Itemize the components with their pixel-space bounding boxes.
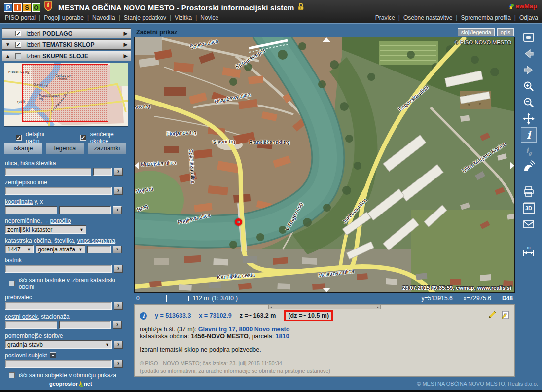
info-panel-resize-handle[interactable]: ▲ ▲: [268, 305, 381, 309]
identify-tool-button[interactable]: i: [521, 127, 537, 143]
skupni-checkbox[interactable]: [15, 53, 21, 59]
housenumber-input[interactable]: [93, 168, 112, 176]
ewmap-logo[interactable]: ewMap: [508, 2, 537, 10]
geoprostor-icon: [78, 380, 84, 387]
cadastral-label: katastrska občina:: [140, 333, 191, 340]
business-input[interactable]: [5, 360, 112, 368]
business-in-view-checkbox[interactable]: [9, 372, 15, 378]
piso-logo[interactable]: PISO: [4, 3, 41, 12]
gps-button[interactable]: [521, 158, 537, 174]
section-prefix: Izberi: [26, 41, 40, 48]
nav-novice[interactable]: Novice: [200, 14, 218, 21]
view-3d-button[interactable]: 3D: [521, 200, 537, 215]
detailed-mode-checkbox[interactable]: ✓: [16, 135, 22, 141]
next-view-button[interactable]: [521, 62, 537, 77]
placename-input[interactable]: [5, 187, 112, 195]
owner-search-button[interactable]: ›: [114, 265, 123, 273]
pan-east-arrow[interactable]: [510, 162, 514, 170]
list-entry-link[interactable]: vnos seznama: [77, 237, 115, 244]
street-search-button[interactable]: ›: [114, 168, 123, 176]
sidebar-section-podlago[interactable]: ✓ IzberiPODLAGO ▶: [2, 28, 131, 38]
coordinate-label-rest: y, x: [33, 198, 43, 205]
zoom-out-button[interactable]: [521, 95, 537, 110]
nav-pogoji-uporabe[interactable]: Pogoji uporabe: [44, 14, 84, 21]
municipality-number-select[interactable]: 1447▼: [5, 245, 34, 253]
road-section-input[interactable]: [5, 321, 57, 329]
collapse-down-icon[interactable]: ▼: [5, 42, 15, 47]
report-link[interactable]: poročilo: [50, 217, 71, 224]
group-identify-button[interactable]: ig: [521, 143, 537, 159]
forward-arrow-icon: [522, 64, 535, 76]
overview-map[interactable]: Prešernov trg Cerkev sv. Lenarta Glavni …: [4, 63, 128, 127]
zoom-in-button[interactable]: [521, 78, 537, 94]
measure-button[interactable]: m: [521, 243, 537, 258]
nav-odjava[interactable]: Odjava: [519, 14, 538, 21]
services-search-button[interactable]: ›: [114, 341, 123, 349]
detailed-mode-label: detajlni način: [26, 131, 60, 144]
nav-sprememba-profila[interactable]: Sprememba profila: [461, 14, 510, 21]
street-search-label[interactable]: ulica, hišna številka: [5, 160, 56, 167]
overview-extent-rect[interactable]: [22, 64, 108, 122]
coordinate-y-input[interactable]: [5, 206, 57, 214]
tab-iskanje[interactable]: iskanje: [4, 143, 42, 154]
coordinate-search-button[interactable]: ›: [113, 206, 122, 214]
sidebar-section-tematski-sklop[interactable]: ▼ ✓ IzberiTEMATSKI SKLOP ▶: [2, 39, 131, 50]
info-icon[interactable]: i: [140, 312, 147, 320]
road-search-button[interactable]: ›: [113, 321, 122, 329]
placename-search-button[interactable]: ›: [114, 187, 123, 195]
parcel-link[interactable]: 1810: [276, 333, 289, 340]
services-value: gradnja stavb: [7, 341, 43, 348]
tab-legenda[interactable]: legenda: [46, 143, 84, 154]
podlago-checkbox[interactable]: ✓: [15, 31, 21, 36]
services-select[interactable]: gradnja stavb▼: [5, 340, 112, 349]
nearest-address-link[interactable]: Glavni trg 17, 8000 Novo mesto: [198, 326, 290, 333]
nav-osebne-nastavitve[interactable]: Osebne nastavitve: [403, 14, 452, 21]
pan-south-arrow[interactable]: [323, 288, 330, 292]
services-label: pomembnejše storitve: [5, 332, 63, 339]
nav-piso-portal[interactable]: PISO portal: [5, 14, 36, 21]
layers-legend-button[interactable]: sloji/legenda: [458, 28, 495, 36]
cadastre-type-select[interactable]: zemljiški kataster▼: [5, 225, 86, 234]
coordinate-label[interactable]: koordinata: [5, 198, 33, 205]
scale-ratio-link[interactable]: 3780: [220, 295, 234, 302]
owner-input[interactable]: [5, 265, 112, 273]
street-input[interactable]: [5, 168, 91, 176]
pan-north-arrow[interactable]: [323, 37, 330, 42]
chainage-input[interactable]: [59, 321, 111, 329]
parcel-input[interactable]: [87, 246, 111, 253]
pan-west-arrow[interactable]: [135, 162, 139, 170]
datum-link[interactable]: D48: [502, 295, 513, 302]
tab-zaznamki[interactable]: zaznamki: [88, 143, 126, 154]
send-mail-button[interactable]: [521, 216, 537, 232]
parcel-search-button[interactable]: ›: [113, 246, 122, 253]
full-extent-button[interactable]: [521, 30, 537, 45]
resident-search-button[interactable]: ›: [114, 302, 123, 310]
owners-in-municipality-checkbox[interactable]: [9, 281, 15, 286]
business-search-button[interactable]: ›: [114, 360, 123, 368]
description-button[interactable]: opis: [497, 28, 514, 36]
nav-stanje-podatkov[interactable]: Stanje podatkov: [124, 14, 166, 21]
edit-pencil-icon[interactable]: [488, 311, 496, 321]
nav-pravice[interactable]: Pravice: [375, 14, 395, 21]
pan-button[interactable]: [521, 111, 537, 126]
business-info-icon[interactable]: [50, 352, 56, 358]
report-note-icon[interactable]: [501, 311, 509, 321]
collapse-up-icon[interactable]: ▲: [5, 53, 15, 59]
resident-input[interactable]: [5, 302, 112, 310]
resident-label[interactable]: prebivalec: [5, 294, 32, 301]
cadastral-value: 1456-NOVO MESTO: [191, 333, 248, 340]
nav-navodila[interactable]: Navodila: [92, 14, 115, 21]
sidebar-section-skupni-sloji[interactable]: ▲ IzberiSKUPNE SLOJE ▶: [2, 51, 131, 61]
placename-label[interactable]: zemljepisno ime: [5, 179, 47, 186]
map-canvas[interactable]: © PISO-NOVO MESTO 23.07.2015 09:35:59, e…: [134, 37, 515, 293]
search-form: ulica, hišna številka › zemljepisno ime …: [5, 160, 129, 380]
geoprostor-logo[interactable]: geoprostor net: [49, 380, 92, 387]
nav-vizitka[interactable]: Vizitka: [175, 14, 192, 21]
previous-view-button[interactable]: [521, 46, 537, 61]
municipality-name-select[interactable]: gorenja straža▼: [36, 245, 85, 253]
coordinate-x-input[interactable]: [59, 206, 111, 214]
tematski-checkbox[interactable]: ✓: [15, 42, 21, 48]
shading-checkbox[interactable]: ✓: [80, 135, 86, 141]
road-section-label[interactable]: cestni odsek: [5, 313, 38, 320]
print-button[interactable]: [521, 184, 537, 199]
